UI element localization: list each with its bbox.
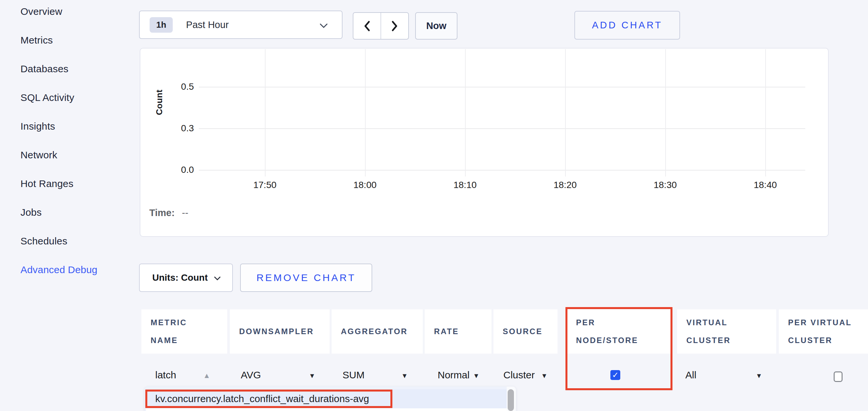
- header-line: DOWNSAMPLER: [239, 322, 330, 340]
- caret-down-icon[interactable]: ▼: [541, 372, 548, 380]
- prev-timewindow-button[interactable]: [353, 13, 380, 39]
- chevron-left-icon: [363, 21, 371, 32]
- dropdown-scrollbar-thumb[interactable]: [508, 389, 514, 411]
- header-line: VIRTUAL: [686, 314, 776, 332]
- column-header-per-node-store: PER NODE/STORE: [567, 309, 671, 353]
- x-tick-label: 18:20: [539, 180, 592, 190]
- gridline-vertical: [565, 49, 566, 176]
- rate-select[interactable]: Normal: [438, 370, 470, 381]
- units-dropdown-label: Units: Count: [152, 272, 208, 283]
- sidebar-item-databases[interactable]: Databases: [21, 62, 68, 76]
- gridline-vertical: [365, 49, 366, 176]
- caret-down-icon[interactable]: ▼: [309, 372, 315, 380]
- time-range-label: Past Hour: [186, 20, 228, 30]
- header-line: NAME: [151, 332, 227, 349]
- gridline-vertical: [665, 49, 666, 176]
- now-button[interactable]: Now: [415, 12, 458, 40]
- sidebar-item-schedules[interactable]: Schedules: [21, 234, 67, 248]
- time-value: --: [182, 207, 188, 218]
- sidebar-item-jobs[interactable]: Jobs: [21, 205, 42, 220]
- chevron-down-icon: [319, 23, 328, 28]
- header-line: AGGREGATOR: [341, 322, 423, 340]
- next-timewindow-button[interactable]: [380, 13, 408, 39]
- remove-chart-button[interactable]: REMOVE CHART: [240, 264, 372, 292]
- sidebar-item-hot-ranges[interactable]: Hot Ranges: [21, 176, 73, 191]
- caret-up-icon[interactable]: ▲: [203, 371, 210, 380]
- chevron-down-icon: [214, 276, 221, 281]
- column-header-source: SOURCE: [493, 309, 558, 353]
- source-select[interactable]: Cluster: [503, 370, 535, 381]
- caret-down-icon[interactable]: ▼: [473, 372, 479, 380]
- downsampler-select[interactable]: AVG: [241, 370, 261, 381]
- per-virtual-cluster-checkbox[interactable]: [834, 371, 843, 382]
- header-line: METRIC: [151, 314, 227, 332]
- per-node-store-checkbox[interactable]: [610, 370, 620, 380]
- hover-time-readout: Time:--: [149, 207, 188, 218]
- x-tick-label: 17:50: [239, 180, 291, 190]
- gridline-horizontal: [199, 170, 805, 171]
- sidebar-item-advanced-debug[interactable]: Advanced Debug: [21, 263, 97, 277]
- column-header-virtual-cluster: VIRTUAL CLUSTER: [677, 309, 776, 353]
- time-label: Time:: [149, 207, 175, 218]
- column-header-aggregator: AGGREGATOR: [332, 309, 423, 353]
- header-line: SOURCE: [503, 322, 558, 340]
- sidebar-item-insights[interactable]: Insights: [21, 119, 55, 134]
- sidebar-item-metrics[interactable]: Metrics: [21, 33, 53, 47]
- gridline-vertical: [465, 49, 466, 176]
- gridline-vertical: [265, 49, 266, 176]
- column-header-metric-name: METRIC NAME: [142, 309, 227, 353]
- header-line: PER VIRTUAL: [788, 314, 868, 332]
- header-line: RATE: [434, 322, 492, 340]
- column-header-downsampler: DOWNSAMPLER: [230, 309, 330, 353]
- caret-down-icon[interactable]: ▼: [401, 372, 408, 380]
- column-header-rate: RATE: [425, 309, 492, 353]
- sidebar-item-network[interactable]: Network: [21, 148, 57, 162]
- header-line: PER: [576, 314, 671, 332]
- add-chart-button[interactable]: ADD CHART: [575, 11, 680, 40]
- chevron-right-icon: [391, 21, 398, 32]
- time-range-selector[interactable]: 1h Past Hour: [139, 10, 342, 39]
- metric-suggestion-label: kv.concurrency.latch_conflict_wait_durat…: [155, 393, 369, 404]
- sidebar-item-sql-activity[interactable]: SQL Activity: [21, 91, 74, 105]
- x-tick-label: 18:40: [739, 180, 792, 190]
- units-dropdown[interactable]: Units: Count: [139, 264, 233, 292]
- sidebar-item-overview[interactable]: Overview: [21, 4, 62, 19]
- metric-autocomplete-dropdown: kv.concurrency.latch_conflict_wait_durat…: [145, 386, 516, 411]
- gridline-horizontal: [199, 87, 805, 88]
- y-tick-label: 0.0: [163, 165, 194, 175]
- y-tick-label: 0.5: [163, 81, 194, 92]
- metric-name-input[interactable]: latch: [155, 370, 176, 381]
- aggregator-select[interactable]: SUM: [342, 370, 365, 381]
- time-window-nav: [353, 12, 409, 40]
- column-header-per-virtual-cluster: PER VIRTUAL CLUSTER: [779, 309, 868, 353]
- time-range-badge: 1h: [150, 17, 173, 33]
- x-tick-label: 18:10: [439, 180, 492, 190]
- header-line: CLUSTER: [686, 332, 776, 349]
- custom-chart-card: Count 0.5 0.3 0.0 17:50 18:00 18:10 18:2…: [140, 48, 829, 237]
- dropdown-next-row: [146, 408, 507, 411]
- y-axis-label: Count: [154, 72, 164, 115]
- caret-down-icon[interactable]: ▼: [756, 372, 762, 380]
- header-line: CLUSTER: [788, 332, 868, 349]
- virtual-cluster-select[interactable]: All: [685, 370, 696, 381]
- header-line: NODE/STORE: [576, 332, 671, 349]
- gridline-horizontal: [199, 128, 805, 129]
- y-tick-label: 0.3: [163, 123, 194, 134]
- x-tick-label: 18:30: [639, 180, 692, 190]
- x-tick-label: 18:00: [339, 180, 392, 190]
- gridline-vertical: [765, 49, 766, 176]
- metric-suggestion-item[interactable]: kv.concurrency.latch_conflict_wait_durat…: [146, 389, 507, 408]
